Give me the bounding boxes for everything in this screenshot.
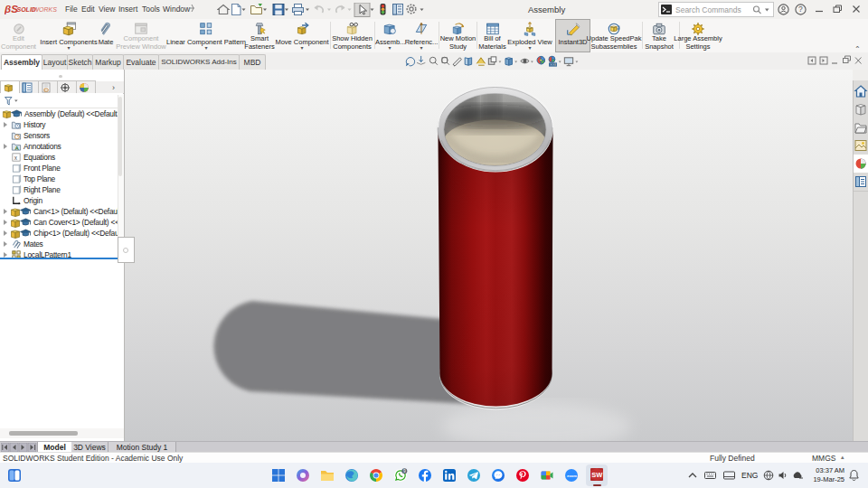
svg-text:WORKS: WORKS: [33, 6, 58, 13]
svg-text:SW: SW: [591, 471, 603, 479]
svg-text:?: ?: [798, 5, 803, 14]
svg-text:zoom: zoom: [567, 474, 577, 478]
svg-text:9: 9: [403, 469, 406, 474]
